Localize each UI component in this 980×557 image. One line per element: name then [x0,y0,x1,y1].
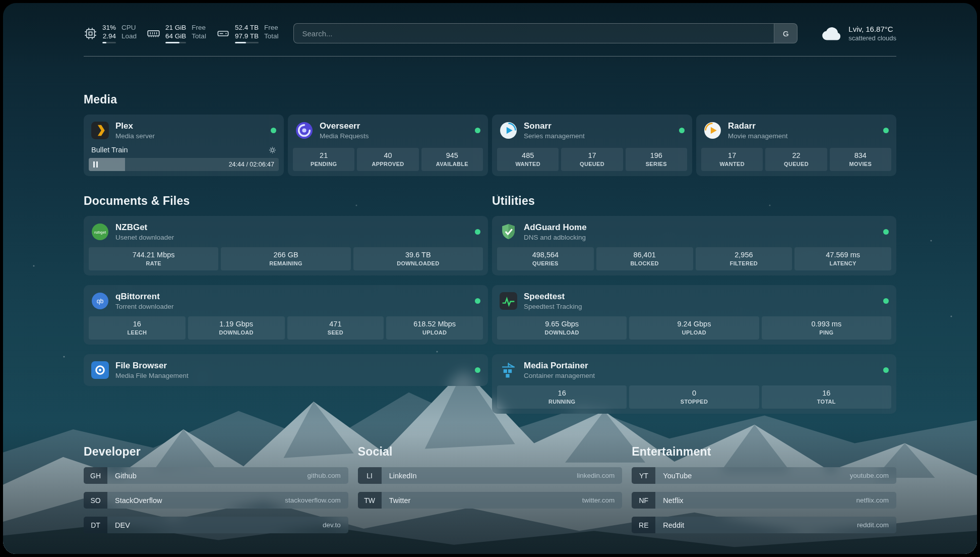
bookmark-url: linkedin.com [577,472,615,479]
stat-label: UPLOAD [631,329,757,336]
bookmark-github[interactable]: GHGithubgithub.com [84,467,348,484]
stat-label: RUNNING [499,399,625,405]
service-name: AdGuard Home [524,222,587,233]
status-dot [475,298,480,304]
resource-usage-fill [102,42,106,43]
service-name: Sonarr [524,121,585,131]
stat-label: DOWNLOADED [355,260,481,266]
search-bar[interactable]: G [293,23,798,43]
status-dot [679,128,685,133]
stat-label: LEECH [91,329,183,336]
service-card-filebrowser[interactable]: File BrowserMedia File Management [84,354,488,386]
stat-label: DOWNLOAD [190,329,283,336]
playback-progress-bar[interactable]: 24:44 / 02:06:47 [89,158,279,171]
bookmark-netflix[interactable]: NFNetflixnetflix.com [632,492,896,509]
stat-label: APPROVED [359,161,416,167]
service-name: qBittorrent [115,292,174,302]
stat-value: 0.993 ms [764,320,889,328]
stat-value: 16 [764,389,889,397]
search-input[interactable] [294,24,774,43]
status-dot [883,229,889,235]
bookmark-twitter[interactable]: TWTwittertwitter.com [358,492,623,509]
service-card-nzbget[interactable]: nzbgetNZBGetUsenet downloader744.21 Mbps… [84,216,488,275]
stat-label: RATE [91,260,216,266]
service-description: DNS and adblocking [524,234,587,241]
stat-value: 0 [631,389,757,397]
bookmark-rows: YTYouTubeyoutube.comNFNetflixnetflix.com… [632,467,896,533]
resource-widget-disk: 52.4 TB97.9 TBFreeTotal [216,23,279,43]
stat-block: 16TOTAL [762,385,891,409]
service-card-qbittorrent[interactable]: qbqBittorrentTorrent downloader16LEECH1.… [84,285,488,345]
service-card-speedtest[interactable]: SpeedtestSpeedtest Tracking9.65 GbpsDOWN… [492,285,896,345]
radarr-icon [704,122,721,139]
resource-widget-cpu: 31%2.94CPULoad [84,23,137,43]
bookmark-name: DEV [115,521,130,529]
service-name: NZBGet [115,222,174,233]
weather-widget: Lviv, 16.87°C scattered clouds [821,25,896,42]
status-dot [475,229,480,235]
stat-value: 9.65 Gbps [499,320,625,328]
service-description: Movie management [728,132,788,140]
pause-button[interactable] [93,161,98,168]
bookmark-dev[interactable]: DTDEVdev.to [84,517,348,533]
stat-block: 1.19 GbpsDOWNLOAD [188,316,285,340]
stat-block: 21PENDING [293,148,354,171]
stat-value: 40 [359,151,416,159]
resource-value: 97.9 TB [235,32,259,40]
service-card-portainer[interactable]: Media PortainerContainer management16RUN… [492,354,896,414]
bookmark-url: reddit.com [857,521,889,529]
bookmark-url: dev.to [323,521,341,529]
bookmark-stackoverflow[interactable]: SOStackOverflowstackoverflow.com [84,492,348,509]
service-card-overseerr[interactable]: OverseerrMedia Requests21PENDING40APPROV… [288,115,488,176]
service-description: Speedtest Tracking [524,303,582,310]
bookmark-abbr: TW [358,492,382,509]
service-card-sonarr[interactable]: SonarrSeries management485WANTED17QUEUED… [492,115,692,176]
bookmark-name: StackOverflow [115,496,162,505]
bookmark-url: youtube.com [850,472,889,479]
service-stats: 485WANTED17QUEUED196SERIES [497,148,687,171]
gear-icon[interactable] [269,146,276,154]
service-card-adguard[interactable]: AdGuard HomeDNS and adblocking498,564QUE… [492,216,896,275]
service-name: Media Portainer [524,361,595,371]
service-stats: 16RUNNING0STOPPED16TOTAL [497,385,891,409]
bookmark-name: Github [115,472,137,480]
weather-location: Lviv, 16.87°C [848,25,896,33]
now-playing-title: Bullet Train [91,146,128,154]
bookmark-url: netflix.com [856,496,889,504]
stat-value: 17 [563,151,621,159]
stat-block: 9.24 GbpsUPLOAD [629,316,759,340]
sonarr-icon [500,122,517,139]
bookmark-linkedin[interactable]: LILinkedInlinkedin.com [358,467,623,484]
service-card-plex[interactable]: PlexMedia serverBullet Train24:44 / 02:0… [84,115,284,176]
resource-usage-bar [102,42,116,43]
stat-block: 485WANTED [497,148,559,171]
bookmark-youtube[interactable]: YTYouTubeyoutube.com [632,467,896,484]
section-title-media: Media [84,93,896,106]
speedtest-icon [500,292,517,310]
stat-value: 196 [628,151,685,159]
search-provider-button[interactable]: G [774,24,797,43]
stat-label: AVAILABLE [423,161,481,167]
bookmark-reddit[interactable]: RERedditreddit.com [632,517,896,533]
service-description: Media File Management [115,372,189,379]
status-dot [271,128,276,133]
stat-value: 945 [423,151,481,159]
service-header: PlexMedia server [89,120,279,146]
service-header: Media PortainerContainer management [497,359,891,385]
plex-icon [91,122,109,139]
stat-label: FILTERED [698,260,790,266]
stat-block: 16RUNNING [497,385,627,409]
stat-block: 0.993 msPING [762,316,891,340]
svg-text:nzbget: nzbget [94,230,106,235]
bookmark-name: Netflix [663,496,683,505]
stat-block: 16LEECH [89,316,186,340]
service-header: qbqBittorrentTorrent downloader [89,290,483,316]
stat-value: 1.19 Gbps [190,320,283,328]
service-card-radarr[interactable]: RadarrMovie management17WANTED22QUEUED83… [696,115,896,176]
weather-text: Lviv, 16.87°C scattered clouds [848,25,896,42]
media-cards: PlexMedia serverBullet Train24:44 / 02:0… [84,115,896,176]
service-name: File Browser [115,361,189,371]
stat-label: PENDING [295,161,352,167]
status-dot [475,367,480,373]
service-description: Container management [524,372,595,379]
